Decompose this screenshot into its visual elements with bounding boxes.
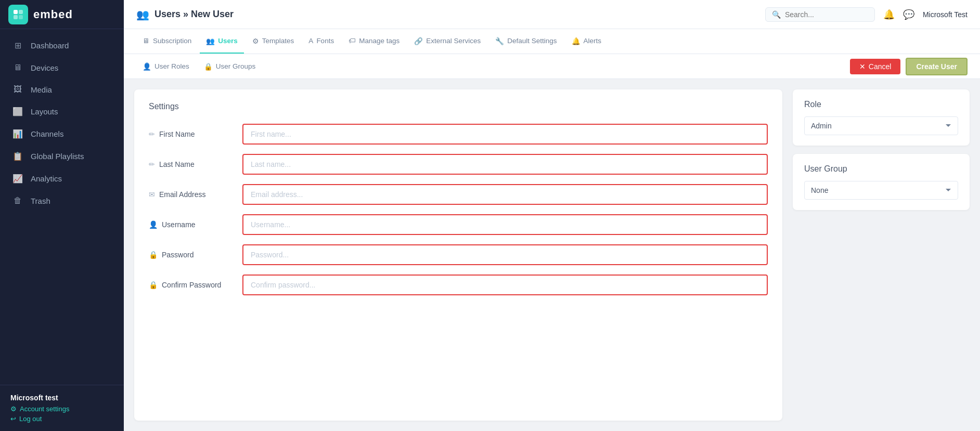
username-label: 👤 Username <box>149 220 242 229</box>
first-name-input[interactable] <box>242 124 768 145</box>
subnav-item-subscription[interactable]: 🖥 Subscription <box>136 29 198 54</box>
chat-icon[interactable]: 💬 <box>903 9 914 20</box>
confirm-password-row: 🔒 Confirm Password <box>149 275 768 295</box>
topbar-icons: 🔔 💬 Microsoft Test <box>883 9 968 20</box>
cancel-button[interactable]: ✕ Cancel <box>850 59 901 74</box>
subnav2: 👤 User Roles 🔒 User Groups ✕ Cancel Crea… <box>124 54 980 79</box>
user-group-card: User Group None Group A Group B <box>793 154 970 210</box>
email-row: ✉ Email Address <box>149 184 768 205</box>
main: 👥 Users » New User 🔍 🔔 💬 Microsoft Test … <box>124 0 980 431</box>
subnav2-item-user-roles[interactable]: 👤 User Roles <box>136 54 196 79</box>
email-input[interactable] <box>242 184 768 205</box>
sidebar-item-label: Media <box>31 85 52 94</box>
settings-panel-title: Settings <box>149 102 768 111</box>
pencil-icon: ✏ <box>149 160 155 168</box>
users-icon: 👥 <box>206 37 215 45</box>
sidebar-item-media[interactable]: 🖼 Media <box>0 79 124 100</box>
topbar-left: 👥 Users » New User <box>136 8 234 21</box>
subnav2-item-user-groups[interactable]: 🔒 User Groups <box>198 54 262 79</box>
first-name-row: ✏ First Name <box>149 124 768 145</box>
settings-panel: Settings ✏ First Name ✏ Last Name <box>134 89 782 421</box>
devices-icon: 🖥 <box>12 63 23 72</box>
fonts-icon: A <box>308 37 313 45</box>
account-name: Microsoft test <box>10 394 113 402</box>
username-input[interactable] <box>242 214 768 235</box>
sidebar-item-analytics[interactable]: 📈 Analytics <box>0 167 124 190</box>
cancel-x-icon: ✕ <box>859 62 866 71</box>
user-group-title: User Group <box>804 164 958 174</box>
logo: embed <box>0 0 124 29</box>
subnav: 🖥 Subscription 👥 Users ⚙ Templates A Fon… <box>124 29 980 54</box>
sidebar-nav: ⊞ Dashboard 🖥 Devices 🖼 Media ⬜ Layouts … <box>0 29 124 385</box>
sidebar-item-label: Dashboard <box>31 41 69 50</box>
logout-link[interactable]: ↩ Log out <box>10 415 113 423</box>
sidebar-item-label: Channels <box>31 129 63 138</box>
media-icon: 🖼 <box>12 85 23 94</box>
pencil-icon: ✏ <box>149 130 155 138</box>
role-select[interactable]: Admin Viewer Editor <box>804 116 958 135</box>
sidebar-item-channels[interactable]: 📊 Channels <box>0 123 124 145</box>
global-playlists-icon: 📋 <box>12 151 23 161</box>
analytics-icon: 📈 <box>12 174 23 184</box>
logo-icon <box>8 5 28 24</box>
content-area: Settings ✏ First Name ✏ Last Name <box>124 79 980 431</box>
svg-rect-0 <box>14 10 18 14</box>
channels-icon: 📊 <box>12 129 23 139</box>
subnav-item-default-settings[interactable]: 🔧 Default Settings <box>489 29 563 54</box>
sidebar-item-label: Devices <box>31 63 58 72</box>
sidebar-bottom: Microsoft test ⚙ Account settings ↩ Log … <box>0 385 124 431</box>
sidebar: embed ⊞ Dashboard 🖥 Devices 🖼 Media ⬜ La… <box>0 0 124 431</box>
default-settings-icon: 🔧 <box>495 37 504 45</box>
notification-bell-icon[interactable]: 🔔 <box>883 9 895 20</box>
username-row: 👤 Username <box>149 214 768 235</box>
role-panel: Role Admin Viewer Editor User Group None… <box>793 89 970 421</box>
sidebar-item-label: Global Playlists <box>31 152 84 161</box>
email-label: ✉ Email Address <box>149 190 242 199</box>
dashboard-icon: ⊞ <box>12 41 23 50</box>
last-name-input[interactable] <box>242 154 768 175</box>
logo-text: embed <box>33 8 73 21</box>
logout-icon: ↩ <box>10 415 16 423</box>
subnav-item-users[interactable]: 👥 Users <box>200 29 244 54</box>
user-icon: 👤 <box>149 220 158 229</box>
search-box[interactable]: 🔍 <box>765 7 875 22</box>
svg-rect-1 <box>19 10 23 14</box>
subnav-item-fonts[interactable]: A Fonts <box>302 29 340 54</box>
user-roles-icon: 👤 <box>143 62 151 71</box>
subnav-item-manage-tags[interactable]: 🏷 Manage tags <box>342 29 406 54</box>
user-groups-lock-icon: 🔒 <box>204 62 213 71</box>
password-input[interactable] <box>242 244 768 265</box>
sidebar-item-layouts[interactable]: ⬜ Layouts <box>0 100 124 123</box>
users-page-icon: 👥 <box>136 8 149 21</box>
tags-icon: 🏷 <box>349 37 356 45</box>
sidebar-item-label: Analytics <box>31 174 62 183</box>
confirm-password-input[interactable] <box>242 275 768 295</box>
sidebar-item-trash[interactable]: 🗑 Trash <box>0 190 124 212</box>
topbar: 👥 Users » New User 🔍 🔔 💬 Microsoft Test <box>124 0 980 29</box>
templates-icon: ⚙ <box>252 37 259 45</box>
subnav-item-templates[interactable]: ⚙ Templates <box>246 29 301 54</box>
subscription-icon: 🖥 <box>143 37 150 45</box>
subnav2-right: ✕ Cancel Create User <box>850 58 968 75</box>
alerts-icon: 🔔 <box>572 37 581 45</box>
last-name-label: ✏ Last Name <box>149 160 242 168</box>
search-input[interactable] <box>785 10 868 19</box>
envelope-icon: ✉ <box>149 190 155 199</box>
search-icon: 🔍 <box>772 10 781 19</box>
subnav-item-alerts[interactable]: 🔔 Alerts <box>565 29 608 54</box>
last-name-row: ✏ Last Name <box>149 154 768 175</box>
account-settings-link[interactable]: ⚙ Account settings <box>10 405 113 413</box>
password-row: 🔒 Password <box>149 244 768 265</box>
sidebar-item-dashboard[interactable]: ⊞ Dashboard <box>0 34 124 57</box>
sidebar-item-global-playlists[interactable]: 📋 Global Playlists <box>0 145 124 167</box>
user-group-select[interactable]: None Group A Group B <box>804 181 958 200</box>
subnav-item-external-services[interactable]: 🔗 External Services <box>408 29 487 54</box>
topbar-right: 🔍 🔔 💬 Microsoft Test <box>765 7 968 22</box>
role-card: Role Admin Viewer Editor <box>793 89 970 146</box>
lock-icon: 🔒 <box>149 251 158 259</box>
settings-gear-icon: ⚙ <box>10 405 17 413</box>
sidebar-item-label: Trash <box>31 197 50 205</box>
role-title: Role <box>804 100 958 109</box>
create-user-button[interactable]: Create User <box>906 58 968 75</box>
sidebar-item-devices[interactable]: 🖥 Devices <box>0 57 124 79</box>
